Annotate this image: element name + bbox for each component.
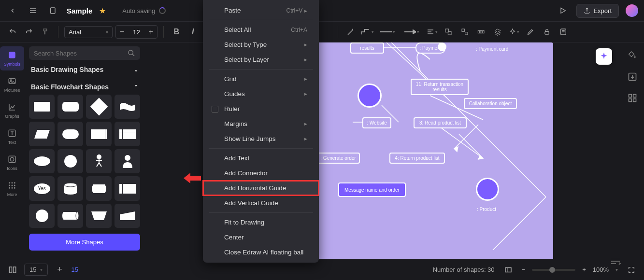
shape-manual-input[interactable] [114,204,140,228]
align-button[interactable]: ▾ [425,25,439,39]
edit-button[interactable] [524,25,537,39]
shape-internal-storage[interactable] [114,122,140,146]
search-input[interactable] [34,50,128,57]
rail-icons[interactable]: Icons [0,151,24,175]
node-results[interactable]: results [350,42,384,54]
node-close-handle[interactable] [438,42,446,51]
font-size-decrease[interactable]: − [116,26,128,38]
ctx-line-jumps[interactable]: Show Line Jumps▸ [203,131,319,146]
page-selector[interactable]: 15▾ [24,264,48,276]
shape-decision-yes[interactable]: Yes [29,176,55,200]
ctx-fit[interactable]: Fit to Drawing [203,215,319,230]
menu-button[interactable] [26,4,40,17]
ctx-ruler[interactable]: Ruler [203,101,319,116]
zoom-value[interactable]: 100% [593,266,609,273]
node-message[interactable]: Message name and order [338,182,406,197]
shape-tube[interactable] [57,204,83,228]
ai-floating-button[interactable] [596,48,612,65]
effects-button[interactable]: ▾ [507,25,521,39]
node-read-list[interactable]: 3: Read product list [414,117,467,128]
star-icon[interactable]: ★ [99,6,106,15]
export-panel[interactable] [627,71,638,82]
node-gen-order[interactable]: : Generate order [316,153,360,164]
grid-panel[interactable] [627,93,638,103]
font-size-value[interactable]: 12 [128,27,144,38]
ctx-select-all[interactable]: Select AllCtrl+A [203,22,319,37]
ctx-paste[interactable]: PasteCtrl+V ▸ [203,3,319,18]
group-button[interactable] [442,25,455,39]
arrow-style-button[interactable]: ▾ [401,25,422,39]
rail-text[interactable]: Text [0,125,24,149]
shape-card[interactable] [114,176,140,200]
ctx-guides[interactable]: Guides▸ [203,86,319,101]
shape-actor[interactable] [86,149,112,173]
line-style-button[interactable]: ▾ [377,25,398,39]
rail-symbols[interactable]: Symbols [0,46,24,70]
shape-diamond[interactable] [86,95,112,119]
shape-predefined[interactable] [86,122,112,146]
back-button[interactable] [6,4,19,17]
node-product-circle[interactable] [476,178,499,201]
ctx-add-vguide[interactable]: Add Vertical Guide [203,196,319,210]
ctx-select-layer[interactable]: Select by Layer▸ [203,52,319,67]
page-layout-button[interactable] [6,263,19,277]
shape-circle[interactable] [57,149,83,173]
fill-tool[interactable] [627,50,638,61]
add-page-button[interactable]: + [53,263,66,277]
connector-style-button[interactable]: ▾ [360,25,374,39]
search-shapes[interactable] [29,46,140,60]
play-button[interactable] [556,4,570,17]
ctx-center[interactable]: Center [203,230,319,245]
shape-rectangle[interactable] [29,95,55,119]
font-select[interactable]: Arial▾ [64,26,113,38]
ctx-close-ai[interactable]: Close Edraw AI floating ball [203,245,319,260]
ctx-grid[interactable]: Grid▸ [203,71,319,86]
ctx-add-connector[interactable]: Add Connector [203,166,319,181]
undo-button[interactable] [6,25,19,39]
category-basic-flowchart[interactable]: Basic Flowchart Shapes ⌃ [29,77,140,95]
ctx-add-text[interactable]: Add Text [203,151,319,166]
shape-display[interactable] [86,176,112,200]
page-setup-button[interactable] [557,25,570,39]
shape-circle2[interactable] [29,204,55,228]
shape-parallelogram[interactable] [29,122,55,146]
ctx-select-type[interactable]: Select by Type▸ [203,37,319,52]
zoom-in-button[interactable]: + [582,266,586,273]
bold-button[interactable]: B [170,25,183,39]
zoom-slider[interactable] [532,269,575,271]
font-size-increase[interactable]: + [145,26,157,38]
format-painter-button[interactable] [39,25,52,39]
category-basic-drawing[interactable]: Basic Drawing Shapes ⌄ [29,60,140,77]
collapse-panel-button[interactable] [610,259,621,266]
more-shapes-button[interactable]: More Shapes [29,234,140,251]
node-return-tx[interactable]: 11: Return transaction results [411,79,469,95]
shape-capsule[interactable] [57,122,83,146]
layer-button[interactable] [491,25,504,39]
shape-wave[interactable] [114,95,140,119]
rail-pictures[interactable]: Pictures [0,72,24,97]
fullscreen-button[interactable] [625,263,638,277]
lock-button[interactable] [540,25,554,39]
italic-button[interactable]: I [186,25,200,39]
zoom-out-button[interactable]: − [522,266,526,273]
line-color-button[interactable] [344,25,358,39]
rail-graphs[interactable]: Graphs [0,98,24,123]
shape-cylinder[interactable] [57,176,83,200]
node-collab[interactable]: Collaboration object [464,98,517,109]
rail-more[interactable]: More [0,177,24,201]
ungroup-button[interactable] [458,25,472,39]
navigator-button[interactable] [501,263,515,277]
distribute-button[interactable] [474,25,488,39]
shape-person[interactable] [114,149,140,173]
shape-manual-op[interactable] [86,204,112,228]
node-return-list[interactable]: 4: Return product list [389,153,445,164]
shape-rounded-rect[interactable] [57,95,83,119]
export-button[interactable]: Export [576,4,619,18]
shape-ellipse[interactable] [29,149,55,173]
node-hub-circle[interactable] [358,84,382,108]
redo-button[interactable] [22,25,36,39]
avatar[interactable] [626,4,638,17]
ctx-margins[interactable]: Margins▸ [203,116,319,131]
node-website[interactable]: : Website [362,117,391,128]
ctx-add-hguide[interactable]: Add Horizontal Guide [203,181,319,196]
